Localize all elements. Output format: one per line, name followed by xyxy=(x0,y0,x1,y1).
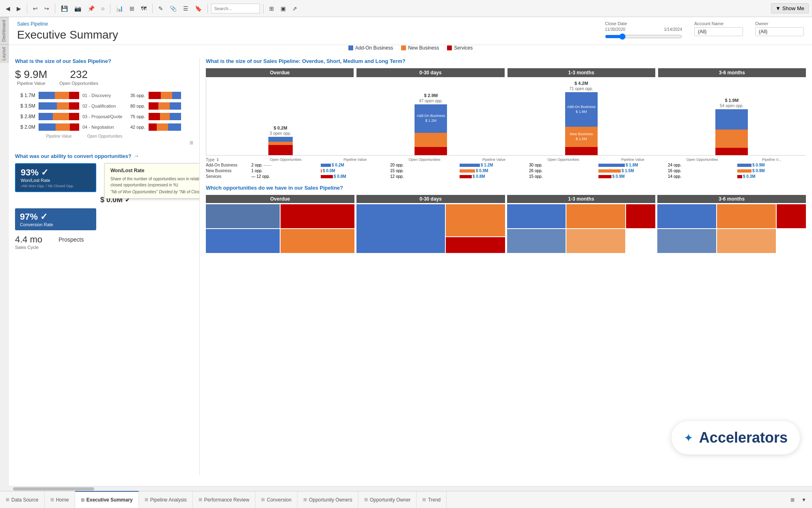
short-seg-orange xyxy=(415,133,447,147)
short-pip-val: $ 2.9M xyxy=(424,93,438,98)
legend-services: Services xyxy=(447,45,473,51)
filter-button[interactable]: ☰ xyxy=(181,4,191,13)
date-slider[interactable] xyxy=(605,33,682,40)
newbiz-overdue-opps: 1 opp. xyxy=(251,169,320,173)
overdue-bar-group: $ 0.2M 3 open opp. xyxy=(206,125,355,155)
legend-services-dot xyxy=(447,45,452,50)
medium-seg-orange: New Business$ 1.5M xyxy=(565,127,598,147)
long-seg-orange xyxy=(715,130,748,148)
tab-pipeline-analysis[interactable]: ⊞ Pipeline Analysis xyxy=(139,491,193,508)
opp-owner-icon: ⊞ xyxy=(364,497,368,502)
detail-table-area: Type ⇕ Open Opportunities Pipeline Value… xyxy=(206,158,806,179)
won-lost-kpi[interactable]: 93% ✓ Won/Lost Rate =Nb Won Opp. / Nb Cl… xyxy=(15,163,96,192)
share-button[interactable]: ⇗ xyxy=(290,4,300,13)
legend-addon: Add-On Business xyxy=(348,45,393,51)
tab-scroll-right-button[interactable]: ▼ xyxy=(799,496,809,504)
nav-back-button[interactable]: ◀ xyxy=(3,4,13,13)
tab-trend-label: Trend xyxy=(428,497,441,503)
tab-pipeline-analysis-label: Pipeline Analysis xyxy=(150,497,187,503)
chart-button[interactable]: 📊 xyxy=(114,4,125,13)
overdue-pip-val: $ 0.2M xyxy=(274,125,287,130)
newbiz-row-label: New Business xyxy=(206,169,251,173)
open-opps-label: Open Opportunities xyxy=(60,81,98,86)
pipeline-overdue-title: What is the size of our Sales Pipeline: … xyxy=(206,58,806,64)
account-name-value[interactable]: (All) xyxy=(694,27,743,36)
opp-header-1: Open Opportunities xyxy=(251,158,320,162)
legend-newbiz: New Business xyxy=(401,45,439,51)
present-button[interactable]: ▣ xyxy=(278,4,288,13)
search-input[interactable] xyxy=(211,4,260,13)
prop-bar xyxy=(39,113,79,120)
pipeline-value-label: Pipeline Value xyxy=(15,81,48,86)
qual-opps: 80 opp. xyxy=(130,104,145,108)
right-panel: What is the size of our Sales Pipeline: … xyxy=(200,58,812,475)
tab-data-source[interactable]: ⊞ Data Source xyxy=(0,491,45,508)
treemap-overdue-cell1 xyxy=(206,204,280,228)
home-icon: ⊞ xyxy=(50,497,54,502)
redo-button[interactable]: ↪ xyxy=(42,4,52,13)
tab-executive-summary[interactable]: ⊞ Executive Summary xyxy=(75,491,139,508)
dashboard-label[interactable]: Dashboard xyxy=(0,17,9,44)
highlight-button[interactable]: ✎ xyxy=(156,4,166,13)
filter-icon[interactable]: ≡ xyxy=(190,139,193,146)
tab-home[interactable]: ⊞ Home xyxy=(45,491,75,508)
table-button[interactable]: ⊞ xyxy=(127,4,137,13)
conv-rate-label: Conversion Rate xyxy=(20,222,91,227)
prop-amount: $ 2.8M xyxy=(15,114,35,119)
owner-label: Owner xyxy=(755,21,804,26)
prop-bar2-blue xyxy=(170,113,181,120)
tab-opportunity-owner[interactable]: ⊞ Opportunity Owner xyxy=(358,491,417,508)
scrollbar-thumb[interactable] xyxy=(13,487,94,491)
owner-value[interactable]: (All) xyxy=(755,27,804,36)
newbiz-short-opps: 15 opp. xyxy=(390,169,459,173)
conversion-expand-icon[interactable]: → xyxy=(134,153,139,159)
tooltip-formula: "Nb of Won Opportunities" Divided by "Nb… xyxy=(110,190,200,194)
tab-trend[interactable]: ⊞ Trend xyxy=(417,491,447,508)
conversion-icon: ⊞ xyxy=(261,497,265,502)
accelerators-text: Accelerators xyxy=(699,429,788,446)
accelerators-panel[interactable]: ✦ Accelerators xyxy=(672,421,800,454)
addon-long-opps: 24 opp. xyxy=(668,163,736,167)
scrollbar-area[interactable] xyxy=(9,486,812,491)
overdue-seg-orange xyxy=(268,142,293,145)
save-button[interactable]: 💾 xyxy=(58,4,70,13)
conversion-title: What was our ability to convert opportun… xyxy=(15,153,132,159)
map-button[interactable]: 🗺 xyxy=(138,4,149,13)
open-opps-value: 232 xyxy=(60,68,98,81)
qual-stage: 02 - Qualification xyxy=(82,104,127,108)
qual-bar2 xyxy=(149,102,181,110)
medium-bar-stack: Add-On Business$ 1.8M New Business$ 1.5M xyxy=(565,92,598,155)
discovery-bar2-orange xyxy=(161,92,172,99)
layout-label[interactable]: Layout xyxy=(0,44,9,63)
camera-button[interactable]: 📷 xyxy=(72,4,84,13)
nav-forward-button[interactable]: ▶ xyxy=(14,4,24,13)
treemap-overdue-cell3 xyxy=(206,229,280,253)
tab-new-button[interactable]: ⊞ xyxy=(788,496,797,504)
conversion-area: What was our ability to convert opportun… xyxy=(15,153,193,250)
addon-long-val: $ 0.9M xyxy=(737,163,806,167)
discovery-opps: 35 opp. xyxy=(130,93,145,98)
treemap-medium-cell5 xyxy=(566,229,625,253)
tab-performance-review[interactable]: ⊞ Performance Review xyxy=(193,491,255,508)
conversion-rate-kpi[interactable]: 97% ✓ Conversion Rate xyxy=(15,208,96,230)
sales-cycle-stat: 4.4 mo Sales Cycle xyxy=(15,234,42,250)
breadcrumb[interactable]: Sales Pipeline xyxy=(17,21,118,27)
legend-services-label: Services xyxy=(454,45,473,51)
period-overdue-header: Overdue xyxy=(206,68,354,77)
tab-conversion[interactable]: ⊞ Conversion xyxy=(255,491,298,508)
addon-row-label: Add-On Business xyxy=(206,163,251,167)
tab-opportunity-owners[interactable]: ⊞ Opportunity Owners xyxy=(298,491,358,508)
annotation-button[interactable]: 📎 xyxy=(167,4,179,13)
close-date-label: Close Date xyxy=(605,21,682,26)
treemap-long-cell1 xyxy=(657,204,716,228)
short-opp-text: 47 open opp. xyxy=(419,99,443,103)
bookmark-button[interactable]: 🔖 xyxy=(192,4,204,13)
legend-addon-label: Add-On Business xyxy=(355,45,393,51)
pin-button[interactable]: 📌 xyxy=(85,4,97,13)
grid-view-button[interactable]: ⊞ xyxy=(267,4,276,13)
undo-button[interactable]: ↩ xyxy=(30,4,40,13)
account-name-label: Account Name xyxy=(694,21,743,26)
discovery-bar-blue xyxy=(39,92,55,99)
show-me-button[interactable]: ▼ Show Me xyxy=(771,3,809,13)
circle-button[interactable]: ○ xyxy=(99,4,107,13)
